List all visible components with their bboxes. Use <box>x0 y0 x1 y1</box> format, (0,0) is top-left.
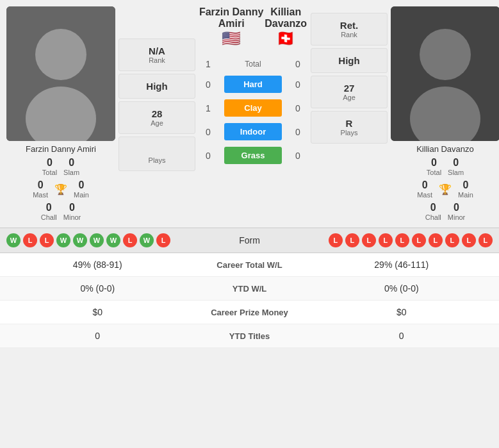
form-badge-l: L <box>395 233 409 247</box>
player1-total: 0 <box>42 157 57 169</box>
career-total-row: 49% (88-91) Career Total W/L 29% (46-111… <box>0 253 499 277</box>
player2-mast: 0 <box>417 179 432 191</box>
hard-surface-btn[interactable]: Hard <box>224 76 282 93</box>
total-label: Total <box>224 60 282 69</box>
player2-stats-row2: 0 Mast 🏆 0 Main <box>417 179 473 199</box>
player2-main-label: Main <box>458 191 473 199</box>
player1-high-box: High <box>119 74 195 99</box>
form-badge-w: W <box>73 233 87 247</box>
clay-score-row: 1 Clay 0 <box>199 96 307 120</box>
ytd-titles-row: 0 YTD Titles 0 <box>0 324 499 348</box>
player1-stats-row1: 0 Total 0 Slam <box>42 157 79 176</box>
form-badge-l: L <box>479 233 493 247</box>
form-badge-w: W <box>140 233 154 247</box>
player1-plays-label: Plays <box>122 156 192 164</box>
ytd-titles-p1: 0 <box>10 331 186 341</box>
indoor-p1: 0 <box>199 127 218 137</box>
player2-slam-label: Slam <box>448 169 464 176</box>
career-prize-p1: $0 <box>10 307 186 317</box>
player1-stats-row2: 0 Mast 🏆 0 Main <box>33 179 89 199</box>
form-section: WLLWWWWLWL Form LLLLLLLLLL <box>0 228 499 253</box>
player1-high-value: High <box>122 81 192 92</box>
career-total-label: Career Total W/L <box>186 260 314 270</box>
center-area: Farzin DannyAmiri 🇺🇸 KillianDavanzo 🇨🇭 1… <box>199 6 307 167</box>
player2-flag: 🇨🇭 <box>265 29 307 47</box>
player2-high-value: High <box>314 55 384 66</box>
form-badge-l: L <box>329 233 343 247</box>
svg-point-4 <box>420 29 471 80</box>
ytd-wl-p1: 0% (0-0) <box>10 283 186 294</box>
hard-score-row: 0 Hard 0 <box>199 72 307 96</box>
player1-minor-label: Minor <box>63 213 81 221</box>
ytd-wl-p2: 0% (0-0) <box>314 283 490 294</box>
player2-rank-value: Ret. <box>314 20 384 31</box>
player1-photo <box>6 6 115 141</box>
form-badge-l: L <box>445 233 459 247</box>
total-p1-score: 1 <box>199 59 218 69</box>
clay-surface-btn[interactable]: Clay <box>224 99 282 117</box>
ytd-titles-label: YTD Titles <box>186 331 314 341</box>
player1-trophy-icon: 🏆 <box>54 184 67 195</box>
grass-p2: 0 <box>288 151 307 161</box>
player2-stat-boxes: Ret. Rank High 27 Age R Plays <box>311 13 388 144</box>
player1-rank-label: Rank <box>122 56 192 64</box>
player1-minor: 0 <box>63 202 81 213</box>
form-badge-w: W <box>106 233 120 247</box>
grass-p1: 0 <box>199 151 218 161</box>
form-badge-l: L <box>156 233 170 247</box>
player1-flag: 🇺🇸 <box>199 29 263 47</box>
grass-surface-btn[interactable]: Grass <box>224 147 282 164</box>
form-badge-l: L <box>462 233 476 247</box>
player1-plays-box: Plays <box>119 137 195 171</box>
player2-chall-label: Chall <box>425 213 441 221</box>
player2-age-value: 27 <box>314 83 384 94</box>
main-container: Farzin Danny Amiri 0 Total 0 Slam 0 Mast… <box>0 0 499 348</box>
player1-total-label: Total <box>42 169 57 176</box>
player2-stats-row3: 0 Chall 0 Minor <box>425 202 466 221</box>
player1-age-value: 28 <box>122 108 192 119</box>
player2-plays-label: Plays <box>314 129 384 137</box>
career-prize-row: $0 Career Prize Money $0 <box>0 301 499 324</box>
player2-age-label: Age <box>314 94 384 101</box>
hard-p1: 0 <box>199 79 218 90</box>
player1-stats-row3: 0 Chall 0 Minor <box>41 202 81 221</box>
player1-rank-value: N/A <box>122 46 192 56</box>
player2-age-box: 27 Age <box>311 76 388 108</box>
form-badge-l: L <box>123 233 137 247</box>
player2-total: 0 <box>427 157 441 169</box>
player2-high-box: High <box>311 48 388 73</box>
player2-plays-box: R Plays <box>311 111 388 144</box>
player1-photo-col: Farzin Danny Amiri 0 Total 0 Slam 0 Mast… <box>6 6 115 221</box>
player1-slam-label: Slam <box>63 169 79 176</box>
names-row: Farzin DannyAmiri 🇺🇸 KillianDavanzo 🇨🇭 <box>199 6 307 53</box>
ytd-wl-row: 0% (0-0) YTD W/L 0% (0-0) <box>0 277 499 301</box>
player2-stats-row1: 0 Total 0 Slam <box>427 157 464 176</box>
player1-stat-boxes: N/A Rank High 28 Age Plays <box>119 38 195 171</box>
player2-minor-label: Minor <box>448 213 466 221</box>
player1-rank-box: N/A Rank <box>119 38 195 71</box>
player1-name-top: Farzin DannyAmiri <box>199 6 263 29</box>
player2-slam: 0 <box>448 157 464 169</box>
player2-trophy-icon: 🏆 <box>439 184 452 195</box>
indoor-p2: 0 <box>288 127 307 137</box>
player2-mast-label: Mast <box>417 191 432 199</box>
indoor-surface-btn[interactable]: Indoor <box>224 123 282 140</box>
player2-total-label: Total <box>427 169 441 176</box>
stats-section: 49% (88-91) Career Total W/L 29% (46-111… <box>0 253 499 348</box>
player1-slam: 0 <box>63 157 79 169</box>
ytd-wl-label: YTD W/L <box>186 284 314 294</box>
career-prize-label: Career Prize Money <box>186 308 314 317</box>
player1-chall-label: Chall <box>41 213 57 221</box>
form-badge-w: W <box>6 233 20 247</box>
clay-p1: 1 <box>199 103 218 113</box>
form-label: Form <box>239 235 260 245</box>
form-badge-l: L <box>362 233 376 247</box>
total-p2-score: 0 <box>288 59 307 69</box>
player2-minor: 0 <box>448 202 466 213</box>
player1-mast: 0 <box>33 179 48 191</box>
player1-main: 0 <box>74 179 89 191</box>
career-total-p2: 29% (46-111) <box>314 260 490 270</box>
player1-chall: 0 <box>41 202 57 213</box>
player1-form-badges: WLLWWWWLWL <box>6 233 170 247</box>
indoor-score-row: 0 Indoor 0 <box>199 120 307 144</box>
